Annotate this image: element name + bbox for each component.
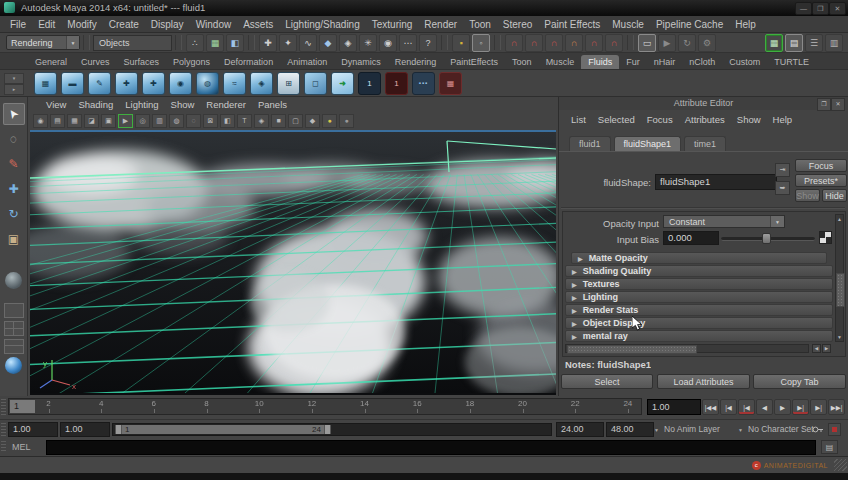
status-group-separator[interactable] [175,35,182,50]
viewport-menu-shading[interactable]: Shading [72,99,119,110]
shelf-tab-fur[interactable]: Fur [619,55,647,69]
status-group-separator[interactable] [627,35,634,50]
go-to-start-button[interactable]: |◀◀ [702,399,719,415]
focus-button[interactable]: Focus [795,159,847,172]
emit-from-object-icon[interactable]: ◉ [169,72,192,95]
fluid-resolution-grid-icon[interactable]: ⊞ [277,72,300,95]
camera-attributes-icon[interactable]: ▦ [67,114,82,128]
opacity-input-dropdown[interactable]: Constant ▼ [663,215,785,228]
menu-texturing[interactable]: Texturing [366,19,419,30]
motion-blur-icon[interactable]: ◆ [305,114,320,128]
shelf-tab-rendering[interactable]: Rendering [388,55,444,69]
shelf-options-icon[interactable]: ▸ [4,84,24,95]
animation-start-field[interactable]: 1.00 [8,422,58,437]
shelf-tab-curves[interactable]: Curves [74,55,117,69]
select-button[interactable]: Select [561,374,653,389]
select-curves-icon[interactable]: ∿ [299,34,317,52]
playback-start-field[interactable]: 1.00 [60,422,110,437]
set-key-icon[interactable] [828,423,841,436]
vertical-scrollbar[interactable]: ▲ ▼ [835,214,844,342]
drag-handle[interactable] [1,441,6,453]
menu-edit[interactable]: Edit [32,19,61,30]
float-panel-icon[interactable]: ❐ [817,98,831,111]
shelf-menu-icon[interactable]: ▾ [4,73,24,84]
lock-camera-icon[interactable]: ▤ [50,114,65,128]
ocean-boat-locator-icon[interactable]: ◈ [250,72,273,95]
select-rendering-icon[interactable]: ◉ [379,34,397,52]
shelf-tab-toon[interactable]: Toon [505,55,539,69]
shelf-tab-painteffects[interactable]: PaintEffects [443,55,505,69]
expand-arrow-icon[interactable]: ▶ [572,268,577,275]
hierarchy-mode-icon[interactable]: ∴ [186,34,204,52]
select-surfaces-icon[interactable]: ◆ [319,34,337,52]
viewport-menu-show[interactable]: Show [165,99,201,110]
shadows-icon[interactable]: ■ [271,114,286,128]
step-back-frame-button[interactable]: |◀ [720,399,737,415]
pin-tab-icon[interactable]: ⇥ [775,163,790,177]
wireframe-on-shaded-icon[interactable]: ⊠ [203,114,218,128]
ae-tab-fluid1[interactable]: fluid1 [569,136,611,151]
character-set-selector[interactable]: No Character Set [748,424,814,434]
smooth-shade-icon[interactable]: ▥ [152,114,167,128]
horizontal-scrollbar-thumb[interactable] [567,345,697,354]
chevron-down-icon[interactable]: ▼ [738,427,743,433]
range-start-handle[interactable] [115,425,122,434]
step-back-key-button[interactable]: |◀ [738,399,755,415]
mask-help-icon[interactable]: ? [419,34,437,52]
shelf-tab-animation[interactable]: Animation [280,55,334,69]
horizontal-scrollbar[interactable] [565,344,809,353]
snap-grid-icon[interactable]: ∩ [505,34,523,52]
snap-view-plane-icon[interactable]: ∩ [585,34,603,52]
render-view-icon[interactable]: ▭ [638,34,656,52]
viewport-menu-lighting[interactable]: Lighting [119,99,164,110]
select-handles-icon[interactable]: ✚ [259,34,277,52]
fluid-cache-icon[interactable]: ▦ [439,72,462,95]
rewind-to-frame-one-icon[interactable]: 1 [358,72,381,95]
scroll-down-icon[interactable]: ▼ [836,334,843,340]
perspective-view-icon[interactable] [5,357,22,374]
select-joints-icon[interactable]: ✦ [279,34,297,52]
snap-projected-center-icon[interactable]: ∩ [565,34,583,52]
shelf-tab-nhair[interactable]: nHair [647,55,683,69]
interactive-playback-icon[interactable]: ◻ [304,72,327,95]
section-shading-quality[interactable]: ▶Shading Quality [565,265,833,277]
create-3d-fluid-container-icon[interactable]: ▦ [34,72,57,95]
scale-tool-icon[interactable]: ▣ [3,228,25,250]
resize-grip[interactable] [834,459,847,471]
section-mental-ray[interactable]: ▶mental ray [565,330,833,342]
last-tool-icon[interactable] [5,272,22,289]
menu-render[interactable]: Render [418,19,463,30]
use-default-material-icon[interactable]: ◌ [186,114,201,128]
scroll-up-icon[interactable]: ▲ [836,216,843,222]
menu-window[interactable]: Window [190,19,238,30]
status-group-separator[interactable] [441,35,448,50]
create-2d-fluid-container-icon[interactable]: ▬ [61,72,84,95]
lock-selection-icon[interactable]: ▪ [452,34,470,52]
set-initial-state-icon[interactable]: ➜ [331,72,354,95]
snap-live-object-icon[interactable]: ∩ [605,34,623,52]
maximize-button[interactable]: ❐ [812,2,829,15]
render-settings-icon[interactable]: ⚙ [698,34,716,52]
time-slider[interactable]: 1 24681012141618202224 [8,398,642,415]
section-matte-opacity[interactable]: ▶Matte Opacity [571,252,827,264]
ae-menu-help[interactable]: Help [767,114,799,125]
ipr-render-icon[interactable]: ↻ [678,34,696,52]
load-attributes-button[interactable]: Load Attributes [657,374,750,389]
menu-muscle[interactable]: Muscle [606,19,650,30]
wireframe-mode-icon[interactable]: ◎ [135,114,150,128]
expand-arrow-icon[interactable]: ▶ [578,255,583,262]
status-group-separator[interactable] [83,35,90,50]
show-connections-icon[interactable]: ➥ [775,181,790,195]
menu-stereo[interactable]: Stereo [497,19,538,30]
range-end-handle[interactable] [324,425,331,434]
shelf-tab-ncloth[interactable]: nCloth [682,55,722,69]
minimize-button[interactable]: — [795,2,812,15]
ae-tab-fluidshape1[interactable]: fluidShape1 [614,136,682,151]
ae-menu-show[interactable]: Show [731,114,767,125]
command-line-input[interactable] [46,440,816,455]
select-misc-icon[interactable]: ⋯ [399,34,417,52]
shelf-tab-muscle[interactable]: Muscle [539,55,582,69]
scroll-right-icon[interactable]: ▶ [822,344,831,353]
select-dynamics-icon[interactable]: ✳ [359,34,377,52]
current-frame-marker[interactable]: 1 [10,400,35,413]
